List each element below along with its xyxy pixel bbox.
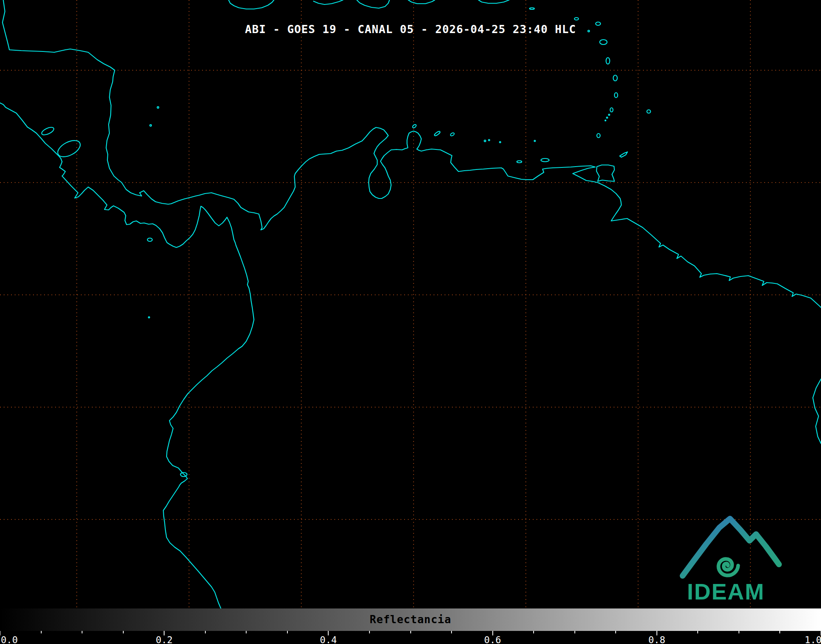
coastline-amapa-fragment [813,379,821,443]
island-orchila [500,142,501,143]
coastlines [0,0,821,608]
coastline-jamaica-fragment [229,0,274,9]
colorbar-label: Reflectancia [370,613,452,626]
island-stlucia [614,93,618,98]
island-margarita [541,158,549,162]
image-title: ABI - GOES 19 - CANAL 05 - 2026-04-25 23… [0,23,821,36]
colorbar-minor-tick [41,631,42,633]
colorbar-major-tick [328,631,329,635]
colorbar-major-tick [0,631,0,635]
island-tortuga [517,161,522,163]
hurricane-spiral-icon [719,559,738,575]
satellite-image-viewport: ABI - GOES 19 - CANAL 05 - 2026-04-25 23… [0,0,821,644]
lake-managua [41,126,55,136]
coastline-pacific-mainland [0,103,254,608]
island-losroques [484,140,486,142]
colorbar-minor-tick [205,631,206,633]
island-stkitts [574,18,578,20]
coastline-hispaniola-fragment [357,0,389,8]
coastline-puertorico-fragment [478,0,509,3]
island-curacao [434,131,441,136]
colorbar-minor-tick [287,631,288,633]
island-coiba [147,238,152,241]
colorbar-major-tick [492,631,493,635]
island-providencia [157,107,159,108]
island-malpelo [149,317,150,318]
colorbar-minor-tick [369,631,370,633]
island-martinique [613,75,617,81]
island-grenada [597,134,600,138]
colorbar-tick-label: 1.0 [805,635,821,644]
colorbar-tick-label: 0.4 [320,635,337,644]
colorbar-minor-tick [82,631,82,633]
colorbar-axis: 0.0 0.2 0.4 0.6 0.8 1.0 [0,631,821,644]
ideam-emblem [683,519,779,576]
coastline-hispaniola-fragment [314,0,343,4]
colorbar-minor-tick [697,631,698,633]
island-barbados [647,110,651,113]
colorbar-tick-label: 0.6 [484,635,501,644]
colorbar-minor-tick [615,631,616,633]
island-stcroix [530,8,534,9]
coastline-hispaniola-fragment [408,0,435,4]
coastline-trinidad [596,165,614,181]
colorbar-minor-tick [779,631,780,633]
coastline-tobago [620,152,627,157]
island-grenadines [609,114,610,116]
island-stvincent [610,108,613,112]
colorbar-major-tick [164,631,165,635]
island-dominica [606,58,610,64]
colorbar-tick-label: 0.0 [1,635,18,644]
colorbar-gradient: Reflectancia [0,608,821,631]
graticule-grid [0,0,821,608]
island-blanquilla [534,140,536,142]
colorbar-minor-tick [410,631,411,633]
island-bonaire [450,132,455,136]
island-sanandres [150,125,151,126]
satellite-map [0,0,821,608]
island-aruba [412,124,417,128]
island-grenadines [605,120,606,121]
colorbar-tick-label: 0.8 [648,635,665,644]
colorbar-major-tick [656,631,657,635]
colorbar-minor-tick [739,631,739,633]
colorbar-minor-tick [123,631,124,633]
colorbar-minor-tick [451,631,452,633]
island-guadeloupe [600,40,607,45]
island-grenadines [607,117,608,118]
island-losroques [489,140,490,141]
coastline-caribbean-mainland [2,0,821,308]
colorbar: Reflectancia 0.0 0.2 0.4 0.6 0.8 1.0 [0,608,821,644]
colorbar-minor-tick [574,631,575,633]
ideam-logo-text: IDEAM [679,578,773,605]
colorbar-minor-tick [533,631,534,633]
colorbar-tick-label: 0.2 [156,635,173,644]
colorbar-minor-tick [246,631,247,633]
